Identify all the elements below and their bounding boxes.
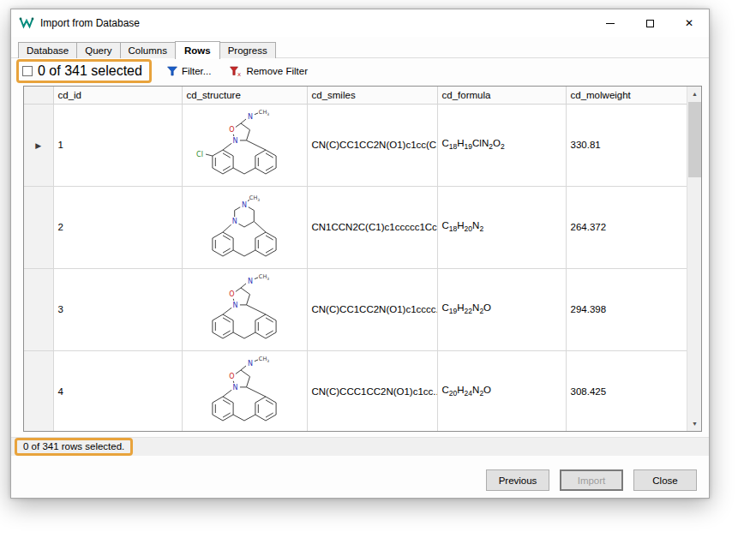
close-icon: ✕: [685, 18, 693, 28]
svg-text:N: N: [248, 278, 253, 285]
grid-header-row: cd_idcd_structurecd_smilescd_formulacd_m…: [24, 87, 687, 104]
remove-filter-button[interactable]: x Remove Filter: [226, 64, 311, 78]
footer-button-bar: Previous Import Close: [11, 456, 709, 491]
tab-query[interactable]: Query: [76, 42, 120, 58]
cell-cd-smiles[interactable]: CN(C)CCC1CC2N(O1)c1cc...: [307, 350, 437, 432]
svg-text:N: N: [233, 384, 238, 392]
cell-cd-molweight[interactable]: 294.398: [566, 268, 687, 350]
molecule-structure-drawing: NNCH3: [192, 188, 297, 265]
filter-button[interactable]: Filter...: [164, 64, 215, 78]
annotation-highlight-selection: 0 of 341 selected: [16, 59, 152, 83]
cell-cd-formula[interactable]: C19H22N2O: [437, 268, 566, 350]
row-header[interactable]: [24, 186, 53, 268]
svg-text:O: O: [229, 290, 234, 298]
remove-filter-button-label: Remove Filter: [246, 66, 308, 76]
status-text: 0 of 341 rows selected.: [23, 441, 124, 451]
cell-cd-structure[interactable]: ONNCH3: [182, 268, 307, 350]
table-row: 2NNCH3CN1CCN2C(C1)c1ccccc1Cc...C18H20N22…: [24, 186, 687, 268]
molecule-structure-drawing: ONNCH3: [192, 270, 297, 347]
tab-strip: Database Query Columns Rows Progress: [11, 37, 709, 58]
svg-text:O: O: [229, 373, 234, 380]
status-bar: 0 of 341 rows selected.: [11, 437, 709, 456]
cell-cd-molweight[interactable]: 264.372: [566, 186, 687, 268]
svg-text:Cl: Cl: [196, 151, 203, 158]
column-header-cd_id[interactable]: cd_id: [53, 87, 182, 104]
filter-button-label: Filter...: [182, 66, 212, 76]
remove-filter-funnel-icon: x: [230, 66, 242, 76]
close-button[interactable]: ✕: [669, 9, 709, 37]
cell-cd-id[interactable]: 3: [53, 268, 182, 350]
select-all-checkbox[interactable]: [22, 66, 33, 76]
rows-toolbar: 0 of 341 selected Filter... x Remove Fil…: [11, 58, 709, 84]
cell-cd-structure[interactable]: ONNCH3Cl: [182, 104, 307, 186]
import-from-database-dialog: Import from Database ✕ Database Query Co…: [10, 9, 710, 499]
svg-text:N: N: [233, 137, 238, 145]
cell-cd-formula[interactable]: C20H24N2O: [437, 350, 566, 432]
minimize-button[interactable]: [591, 9, 630, 37]
cell-cd-id[interactable]: 2: [53, 186, 182, 268]
import-button[interactable]: Import: [560, 469, 623, 491]
cell-cd-formula[interactable]: C18H19ClN2O2: [437, 104, 566, 186]
table-row: 4ONNCH3CN(C)CCC1CC2N(O1)c1cc...C20H24N2O…: [24, 350, 687, 432]
grid-corner-header[interactable]: [24, 87, 53, 104]
row-header[interactable]: ▶: [24, 104, 53, 186]
close-dialog-button[interactable]: Close: [633, 469, 697, 491]
tab-columns[interactable]: Columns: [120, 42, 176, 58]
title-bar: Import from Database ✕: [11, 9, 709, 37]
column-header-cd_structure[interactable]: cd_structure: [182, 87, 307, 104]
maximize-icon: [646, 20, 654, 27]
window-title: Import from Database: [40, 17, 140, 29]
svg-text:N: N: [232, 218, 237, 225]
column-header-cd_smiles[interactable]: cd_smiles: [307, 87, 437, 104]
cell-cd-structure[interactable]: ONNCH3: [182, 350, 307, 432]
annotation-highlight-status: 0 of 341 rows selected.: [15, 438, 133, 456]
scrollbar-thumb[interactable]: [688, 102, 701, 177]
row-header[interactable]: [24, 350, 53, 432]
svg-text:x: x: [237, 71, 241, 77]
molecule-structure-drawing: ONNCH3: [192, 352, 297, 429]
svg-text:N: N: [242, 201, 247, 209]
data-grid-table: cd_idcd_structurecd_smilescd_formulacd_m…: [24, 87, 687, 432]
svg-text:N: N: [233, 302, 238, 309]
row-header[interactable]: [24, 268, 53, 350]
table-row: ▶1ONNCH3ClCN(C)CC1CC2N(O1)c1cc(C...C18H1…: [24, 104, 687, 186]
tab-rows[interactable]: Rows: [175, 41, 220, 59]
molecule-logo-icon: [19, 15, 34, 31]
cell-cd-smiles[interactable]: CN(C)CC1CC2N(O1)c1cc(C...: [307, 104, 437, 186]
vertical-scrollbar[interactable]: ▲ ▼: [687, 87, 701, 431]
svg-text:N: N: [248, 360, 253, 368]
column-header-cd_formula[interactable]: cd_formula: [437, 87, 566, 104]
svg-text:O: O: [229, 126, 234, 134]
cell-cd-smiles[interactable]: CN1CCN2C(C1)c1ccccc1Cc...: [307, 186, 437, 268]
cell-cd-molweight[interactable]: 308.425: [566, 350, 687, 432]
scrollbar-down-button[interactable]: ▼: [687, 416, 702, 431]
cell-cd-molweight[interactable]: 330.81: [566, 104, 687, 186]
data-grid: cd_idcd_structurecd_smilescd_formulacd_m…: [23, 86, 702, 432]
molecule-structure-drawing: ONNCH3Cl: [192, 105, 297, 182]
selection-count-label: 0 of 341 selected: [38, 63, 142, 79]
column-header-cd_molweight[interactable]: cd_molweight: [566, 87, 687, 104]
cell-cd-id[interactable]: 4: [53, 350, 182, 432]
maximize-button[interactable]: [630, 9, 669, 37]
cell-cd-formula[interactable]: C18H20N2: [437, 186, 566, 268]
cell-cd-structure[interactable]: NNCH3: [182, 186, 307, 268]
minimize-icon: [606, 23, 615, 24]
cell-cd-id[interactable]: 1: [53, 104, 182, 186]
filter-funnel-icon: [167, 66, 177, 76]
tab-database[interactable]: Database: [18, 42, 77, 58]
tab-progress[interactable]: Progress: [219, 42, 276, 58]
current-row-indicator: ▶: [35, 141, 41, 150]
previous-button[interactable]: Previous: [486, 469, 549, 491]
window-controls: ✕: [591, 9, 709, 37]
svg-text:N: N: [248, 113, 253, 121]
scrollbar-up-button[interactable]: ▲: [687, 87, 702, 101]
cell-cd-smiles[interactable]: CN(C)CC1CC2N(O1)c1cccc...: [307, 268, 437, 350]
table-row: 3ONNCH3CN(C)CC1CC2N(O1)c1cccc...C19H22N2…: [24, 268, 687, 350]
